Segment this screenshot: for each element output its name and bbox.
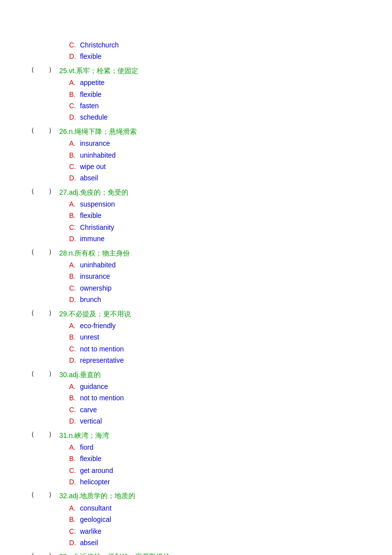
option-text-a: uninhabited xyxy=(80,259,116,270)
question-block: （ ） 30.adj.垂直的 xyxy=(0,369,392,380)
option-row-d: D. brunch xyxy=(0,294,392,305)
option-row-d: D. abseil xyxy=(0,172,392,183)
option-label-a: A. xyxy=(69,199,78,210)
paren-left: （ ） xyxy=(0,248,59,256)
option-text-c: warlike xyxy=(80,526,102,537)
option-row-a: A. fiord xyxy=(0,442,392,453)
option-label-c: C. xyxy=(69,40,78,50)
option-text-d: helicopter xyxy=(80,476,110,487)
option-row-d: D. representative xyxy=(0,355,392,366)
paren-left: （ ） xyxy=(0,187,59,196)
option-row-c: C. ownership xyxy=(0,283,392,294)
option-label-d: D. xyxy=(69,294,78,305)
option-label-a: A. xyxy=(69,503,78,513)
question-27: （ ） 27.adj.免疫的；免受的 A. suspension B. flex… xyxy=(0,187,392,245)
question-block: （ ） 33.adj.近便的；便利的；容易取得的 xyxy=(0,551,392,555)
option-row-a: A. guidance xyxy=(0,381,392,392)
option-row-b: B. unrest xyxy=(0,332,392,342)
option-text: Christchurch xyxy=(80,40,119,50)
option-label-c: C. xyxy=(69,161,78,172)
option-text-a: fiord xyxy=(80,442,93,453)
option-row-d: D. schedule xyxy=(0,112,392,123)
option-text-a: insurance xyxy=(80,138,110,149)
option-label-d: D. xyxy=(69,172,78,183)
option-text-b: unrest xyxy=(80,332,99,342)
option-row-c: C. not to mention xyxy=(0,343,392,354)
question-30: （ ） 30.adj.垂直的 A. guidance B. not to men… xyxy=(0,369,392,427)
question-block: （ ） 32.adj.地质学的；地质的 xyxy=(0,490,392,501)
question-text: 33.adj.近便的；便利的；容易取得的 xyxy=(59,551,170,555)
option-text-c: carve xyxy=(80,404,97,415)
option-label-c: C. xyxy=(69,343,78,354)
option-label-b: B. xyxy=(69,453,78,464)
question-block: （ ） 27.adj.免疫的；免受的 xyxy=(0,187,392,198)
paren-left: （ ） xyxy=(0,551,59,555)
option-row-b: B. uninhabited xyxy=(0,150,392,161)
option-label-c: C. xyxy=(69,100,78,111)
option-label-b: B. xyxy=(69,150,78,161)
option-text-c: wipe out xyxy=(80,161,106,172)
option-label-a: A. xyxy=(69,77,78,88)
option-row-a: A. suspension xyxy=(0,199,392,210)
option-row-d: D. vertical xyxy=(0,416,392,427)
option-row-a: A. uninhabited xyxy=(0,259,392,270)
question-25: （ ） 25.vt.系牢；栓紧；使固定 A. appetite B. flexi… xyxy=(0,65,392,123)
paren-left: （ ） xyxy=(0,369,59,378)
option-row-d: D. helicopter xyxy=(0,476,392,487)
option-text-a: guidance xyxy=(80,381,108,392)
option-label-d: D. xyxy=(69,355,78,366)
option-label-b: B. xyxy=(69,271,78,282)
option-row-b: B. not to mention xyxy=(0,392,392,403)
option-label-c: C. xyxy=(69,222,78,233)
question-text: 25.vt.系牢；栓紧；使固定 xyxy=(59,65,138,76)
option-row-a: A. appetite xyxy=(0,77,392,88)
question-text: 31.n.峡湾；海湾 xyxy=(59,430,109,441)
question-text: 26.n.绳绳下降；悬绳滑索 xyxy=(59,126,137,137)
option-text-d: abseil xyxy=(80,172,98,183)
option-label-c: C. xyxy=(69,404,78,415)
question-text: 29.不必提及；更不用说 xyxy=(59,308,131,319)
question-block: （ ） 29.不必提及；更不用说 xyxy=(0,308,392,319)
question-block: （ ） 25.vt.系牢；栓紧；使固定 xyxy=(0,65,392,76)
option-label-c: C. xyxy=(69,465,78,476)
option-row-a: A. eco-friendly xyxy=(0,320,392,331)
option-row-a: A. insurance xyxy=(0,138,392,149)
page: C. Christchurch D. flexible （ ） 25.vt.系牢… xyxy=(0,10,392,555)
option-text-b: uninhabited xyxy=(80,150,116,161)
question-text: 30.adj.垂直的 xyxy=(59,369,101,380)
option-text-b: flexible xyxy=(80,453,102,464)
option-row-d: D. immune xyxy=(0,233,392,244)
option-text-a: suspension xyxy=(80,199,115,210)
question-block: （ ） 28.n.所有权；物主身份 xyxy=(0,248,392,258)
option-row: C. Christchurch xyxy=(0,40,392,50)
option-text-b: geological xyxy=(80,514,111,525)
question-text: 32.adj.地质学的；地质的 xyxy=(59,490,135,501)
option-row-c: C. carve xyxy=(0,404,392,415)
option-label-b: B. xyxy=(69,514,78,525)
option-label-d: D. xyxy=(69,51,78,62)
option-label-d: D. xyxy=(69,233,78,244)
option-text-b: flexible xyxy=(80,210,102,221)
option-text-c: get around xyxy=(80,465,113,476)
option-text-a: eco-friendly xyxy=(80,320,116,331)
option-text-d: schedule xyxy=(80,112,108,123)
option-text-a: consultant xyxy=(80,503,112,513)
question-31: （ ） 31.n.峡湾；海湾 A. fiord B. flexible C. g… xyxy=(0,430,392,488)
option-label-c: C. xyxy=(69,283,78,294)
option-row-c: C. warlike xyxy=(0,526,392,537)
option-label-d: D. xyxy=(69,476,78,487)
question-28: （ ） 28.n.所有权；物主身份 A. uninhabited B. insu… xyxy=(0,248,392,305)
option-text-d: brunch xyxy=(80,294,101,305)
option-text-d: representative xyxy=(80,355,124,366)
option-row-c: C. get around xyxy=(0,465,392,476)
option-text-d: immune xyxy=(80,233,105,244)
option-label-b: B. xyxy=(69,392,78,403)
option-row-c: C. Christianity xyxy=(0,222,392,233)
option-row-c: C. wipe out xyxy=(0,161,392,172)
option-text-c: not to mention xyxy=(80,343,124,354)
partial-question-top: C. Christchurch D. flexible xyxy=(0,40,392,62)
option-label-b: B. xyxy=(69,210,78,221)
question-text: 27.adj.免疫的；免受的 xyxy=(59,187,128,198)
option-row-b: B. geological xyxy=(0,514,392,525)
option-row-b: B. flexible xyxy=(0,453,392,464)
